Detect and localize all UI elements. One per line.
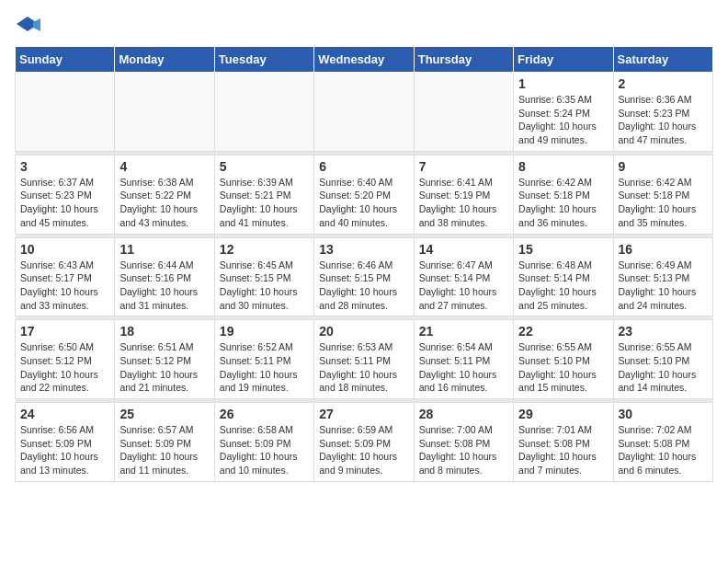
calendar-cell: 13Sunrise: 6:46 AM Sunset: 5:15 PM Dayli… — [314, 237, 414, 316]
day-number: 17 — [20, 324, 109, 339]
calendar-cell: 2Sunrise: 6:36 AM Sunset: 5:23 PM Daylig… — [613, 73, 712, 152]
day-number: 13 — [319, 242, 408, 257]
calendar-cell: 30Sunrise: 7:02 AM Sunset: 5:08 PM Dayli… — [613, 403, 712, 482]
day-detail: Sunrise: 7:00 AM Sunset: 5:08 PM Dayligh… — [419, 423, 508, 477]
week-row-3: 10Sunrise: 6:43 AM Sunset: 5:17 PM Dayli… — [16, 237, 713, 316]
weekday-thursday: Thursday — [414, 47, 513, 73]
weekday-header-row: SundayMondayTuesdayWednesdayThursdayFrid… — [16, 47, 713, 73]
day-detail: Sunrise: 6:46 AM Sunset: 5:15 PM Dayligh… — [319, 259, 408, 313]
day-detail: Sunrise: 6:35 AM Sunset: 5:24 PM Dayligh… — [518, 93, 608, 147]
day-detail: Sunrise: 7:01 AM Sunset: 5:08 PM Dayligh… — [518, 423, 608, 477]
calendar-cell: 3Sunrise: 6:37 AM Sunset: 5:23 PM Daylig… — [16, 155, 115, 234]
day-number: 28 — [419, 407, 508, 421]
calendar-cell: 10Sunrise: 6:43 AM Sunset: 5:17 PM Dayli… — [16, 237, 115, 316]
day-number: 8 — [518, 159, 608, 174]
day-detail: Sunrise: 6:44 AM Sunset: 5:16 PM Dayligh… — [119, 259, 209, 313]
calendar-cell: 21Sunrise: 6:54 AM Sunset: 5:11 PM Dayli… — [414, 320, 513, 399]
svg-marker-1 — [33, 18, 40, 31]
week-row-2: 3Sunrise: 6:37 AM Sunset: 5:23 PM Daylig… — [16, 155, 713, 234]
calendar-cell: 24Sunrise: 6:56 AM Sunset: 5:09 PM Dayli… — [16, 403, 115, 482]
day-detail: Sunrise: 6:41 AM Sunset: 5:19 PM Dayligh… — [419, 176, 508, 230]
day-number: 15 — [518, 242, 608, 257]
day-detail: Sunrise: 6:52 AM Sunset: 5:11 PM Dayligh… — [220, 340, 309, 395]
calendar-cell: 27Sunrise: 6:59 AM Sunset: 5:09 PM Dayli… — [314, 403, 414, 482]
calendar-cell — [115, 73, 214, 152]
week-row-4: 17Sunrise: 6:50 AM Sunset: 5:12 PM Dayli… — [16, 320, 713, 399]
day-detail: Sunrise: 6:57 AM Sunset: 5:09 PM Dayligh… — [119, 423, 209, 477]
weekday-sunday: Sunday — [16, 47, 115, 73]
day-number: 9 — [619, 159, 708, 174]
calendar-cell: 17Sunrise: 6:50 AM Sunset: 5:12 PM Dayli… — [16, 320, 115, 399]
day-detail: Sunrise: 6:58 AM Sunset: 5:09 PM Dayligh… — [220, 423, 309, 477]
calendar-cell: 19Sunrise: 6:52 AM Sunset: 5:11 PM Dayli… — [214, 320, 313, 399]
calendar-cell: 16Sunrise: 6:49 AM Sunset: 5:13 PM Dayli… — [613, 237, 712, 316]
day-detail: Sunrise: 6:40 AM Sunset: 5:20 PM Dayligh… — [319, 176, 408, 230]
weekday-saturday: Saturday — [613, 47, 712, 73]
day-number: 14 — [419, 242, 508, 257]
day-detail: Sunrise: 6:42 AM Sunset: 5:18 PM Dayligh… — [619, 176, 708, 230]
day-number: 24 — [20, 407, 109, 421]
day-number: 18 — [119, 324, 209, 339]
day-detail: Sunrise: 6:54 AM Sunset: 5:11 PM Dayligh… — [419, 340, 508, 395]
day-detail: Sunrise: 6:39 AM Sunset: 5:21 PM Dayligh… — [220, 176, 309, 230]
calendar-cell: 20Sunrise: 6:53 AM Sunset: 5:11 PM Dayli… — [314, 320, 414, 399]
day-number: 19 — [220, 324, 309, 339]
calendar-cell: 9Sunrise: 6:42 AM Sunset: 5:18 PM Daylig… — [613, 155, 712, 234]
day-number: 30 — [619, 407, 708, 421]
day-detail: Sunrise: 6:55 AM Sunset: 5:10 PM Dayligh… — [518, 340, 608, 395]
day-detail: Sunrise: 6:37 AM Sunset: 5:23 PM Dayligh… — [20, 176, 109, 230]
logo — [15, 15, 44, 35]
day-number: 6 — [319, 159, 408, 174]
day-detail: Sunrise: 6:48 AM Sunset: 5:14 PM Dayligh… — [518, 259, 608, 313]
day-number: 11 — [119, 242, 209, 257]
calendar-cell: 29Sunrise: 7:01 AM Sunset: 5:08 PM Dayli… — [514, 403, 613, 482]
calendar-cell: 11Sunrise: 6:44 AM Sunset: 5:16 PM Dayli… — [115, 237, 214, 316]
day-number: 12 — [220, 242, 309, 257]
calendar-cell: 1Sunrise: 6:35 AM Sunset: 5:24 PM Daylig… — [514, 73, 613, 152]
calendar-cell: 28Sunrise: 7:00 AM Sunset: 5:08 PM Dayli… — [414, 403, 513, 482]
calendar-cell: 7Sunrise: 6:41 AM Sunset: 5:19 PM Daylig… — [414, 155, 513, 234]
page-header — [15, 15, 713, 35]
calendar-cell: 6Sunrise: 6:40 AM Sunset: 5:20 PM Daylig… — [314, 155, 414, 234]
day-detail: Sunrise: 7:02 AM Sunset: 5:08 PM Dayligh… — [619, 423, 708, 477]
day-number: 25 — [119, 407, 209, 421]
day-number: 23 — [619, 324, 708, 339]
calendar-cell: 12Sunrise: 6:45 AM Sunset: 5:15 PM Dayli… — [214, 237, 313, 316]
calendar-cell: 8Sunrise: 6:42 AM Sunset: 5:18 PM Daylig… — [514, 155, 613, 234]
week-row-5: 24Sunrise: 6:56 AM Sunset: 5:09 PM Dayli… — [16, 403, 713, 482]
weekday-wednesday: Wednesday — [314, 47, 414, 73]
day-detail: Sunrise: 6:51 AM Sunset: 5:12 PM Dayligh… — [119, 340, 209, 395]
calendar-cell — [214, 73, 313, 152]
day-detail: Sunrise: 6:50 AM Sunset: 5:12 PM Dayligh… — [20, 340, 109, 395]
day-number: 5 — [220, 159, 309, 174]
calendar-cell: 26Sunrise: 6:58 AM Sunset: 5:09 PM Dayli… — [214, 403, 313, 482]
calendar-table: SundayMondayTuesdayWednesdayThursdayFrid… — [15, 46, 713, 482]
week-row-1: 1Sunrise: 6:35 AM Sunset: 5:24 PM Daylig… — [16, 73, 713, 152]
day-number: 10 — [20, 242, 109, 257]
calendar-cell — [414, 73, 513, 152]
day-detail: Sunrise: 6:59 AM Sunset: 5:09 PM Dayligh… — [319, 423, 408, 477]
day-number: 2 — [619, 76, 708, 91]
calendar-cell: 23Sunrise: 6:55 AM Sunset: 5:10 PM Dayli… — [613, 320, 712, 399]
calendar-cell: 5Sunrise: 6:39 AM Sunset: 5:21 PM Daylig… — [214, 155, 313, 234]
day-number: 20 — [319, 324, 408, 339]
day-number: 26 — [220, 407, 309, 421]
day-detail: Sunrise: 6:55 AM Sunset: 5:10 PM Dayligh… — [619, 340, 708, 395]
calendar-cell — [16, 73, 115, 152]
calendar-cell: 4Sunrise: 6:38 AM Sunset: 5:22 PM Daylig… — [115, 155, 214, 234]
day-detail: Sunrise: 6:56 AM Sunset: 5:09 PM Dayligh… — [20, 423, 109, 477]
day-detail: Sunrise: 6:53 AM Sunset: 5:11 PM Dayligh… — [319, 340, 408, 395]
calendar-cell — [314, 73, 414, 152]
day-number: 7 — [419, 159, 508, 174]
day-detail: Sunrise: 6:42 AM Sunset: 5:18 PM Dayligh… — [518, 176, 608, 230]
day-detail: Sunrise: 6:47 AM Sunset: 5:14 PM Dayligh… — [419, 259, 508, 313]
weekday-tuesday: Tuesday — [214, 47, 313, 73]
logo-icon — [15, 15, 40, 35]
day-detail: Sunrise: 6:38 AM Sunset: 5:22 PM Dayligh… — [119, 176, 209, 230]
calendar-cell: 14Sunrise: 6:47 AM Sunset: 5:14 PM Dayli… — [414, 237, 513, 316]
calendar-cell: 15Sunrise: 6:48 AM Sunset: 5:14 PM Dayli… — [514, 237, 613, 316]
day-number: 21 — [419, 324, 508, 339]
day-number: 4 — [119, 159, 209, 174]
calendar-cell: 22Sunrise: 6:55 AM Sunset: 5:10 PM Dayli… — [514, 320, 613, 399]
weekday-friday: Friday — [514, 47, 613, 73]
